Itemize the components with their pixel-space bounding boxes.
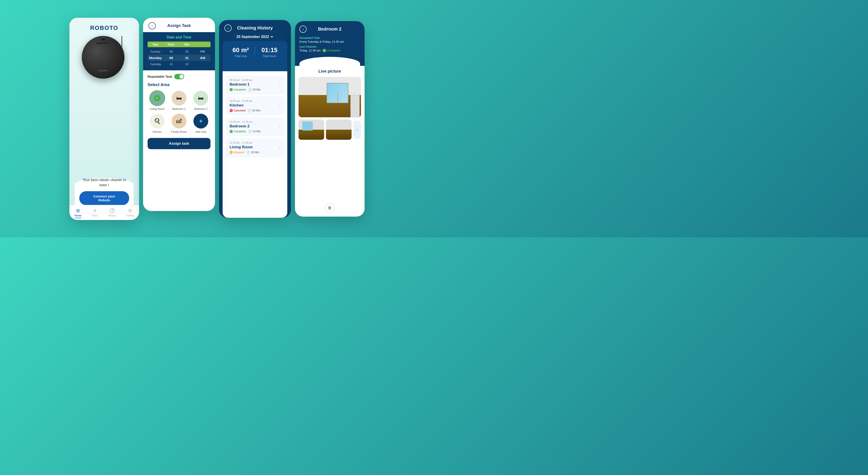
kitchen-room: Kitchen <box>229 103 277 108</box>
min-32: 32 <box>180 62 194 66</box>
area-family-room[interactable]: 🛋 Family Room <box>169 113 188 133</box>
edit-icon[interactable]: ✏ <box>271 35 273 39</box>
history-date: 25 September 2022 ✏ <box>219 35 291 41</box>
bedroom1-status: ✓ Complete <box>229 88 246 91</box>
kitchen-label: Kitchen <box>153 130 162 133</box>
bedroom1-badges: ✓ Complete 🕐 30 Min <box>229 88 277 91</box>
bedroom2-info: 11.00 am - 11.15 pm Bedroom 2 ✓ Complete… <box>229 120 277 133</box>
bedroom2-footer: 🗑 <box>295 201 365 217</box>
history-stats: 60 m² Total Area 01:15 Total Hours <box>223 41 287 71</box>
datetime-row-monday[interactable]: Monday 09 31 AM <box>148 55 211 61</box>
period-am: AM <box>196 56 209 60</box>
history-card-kitchen[interactable]: 10.00 am - 10:30 am Kitchen ✕ Canceled 🕐… <box>226 97 284 115</box>
living-room-circle: 🛋 ✓ <box>149 90 165 106</box>
history-card-bedroom2[interactable]: 11.00 am - 11.15 pm Bedroom 2 ✓ Complete… <box>226 118 284 136</box>
robot-bar <box>96 42 110 44</box>
area-kitchen[interactable]: 🍳 Kitchen <box>148 113 167 133</box>
robot-sensor <box>101 39 105 40</box>
complete-dot-2: ✓ <box>229 130 233 133</box>
last-cleaned-value-row: Today, 11.00 am ✓ Complete <box>300 49 360 52</box>
kitchen-bg: 🍳 <box>150 114 165 128</box>
living-room-duration: 🕐 30 Min <box>247 151 259 154</box>
bedroom1-label: Bedroom 1 <box>173 108 186 111</box>
living-room-status: ⚠ Stopped <box>229 151 244 154</box>
area-living-room[interactable]: 🛋 ✓ Living Room <box>148 90 167 111</box>
bedroom2-back-button[interactable]: ‹ <box>300 26 307 33</box>
thumbnail-2[interactable] <box>326 120 351 140</box>
area-bedroom2[interactable]: 🛏 Bedroom 2 <box>191 90 211 111</box>
area-add[interactable]: + Add Area <box>191 113 211 133</box>
clock-icon-3: 🕐 <box>248 130 252 133</box>
bedroom2-room: Bedroom 2 <box>229 124 277 128</box>
card-arrow-3: › <box>279 125 280 129</box>
area-bedroom1[interactable]: 🛏 Bedroom 1 <box>169 90 188 111</box>
bedroom1-icon: 🛏 <box>176 95 182 101</box>
scheduled-task-label: Scheduled Task <box>300 36 360 39</box>
card-arrow-4: › <box>279 146 280 150</box>
datetime-row-sunday[interactable]: Sunday 08 30 PM <box>148 49 211 55</box>
add-area-bg: + <box>193 114 208 128</box>
area-grid: 🛋 ✓ Living Room 🛏 Bedroom <box>148 90 211 133</box>
robot-wire <box>122 36 122 47</box>
robot-body: dreame <box>82 36 124 79</box>
repeatable-row: Repeatable Task <box>148 74 211 79</box>
thumbnail-1[interactable] <box>299 120 324 140</box>
screen-bedroom2-detail: ‹ Bedroom 2 Scheduled Task Every Tuesday… <box>295 21 365 217</box>
last-cleaned-value: Today, 11.00 am <box>300 49 321 52</box>
kitchen-badges: ✕ Canceled 🕐 00 Min <box>229 109 277 112</box>
card-arrow-1: › <box>279 83 280 87</box>
assign-task-button[interactable]: Assign task <box>148 138 211 149</box>
home-body: ROBOTO dreame Your best robotic cleaner … <box>69 18 139 205</box>
app-logo: ROBOTO <box>90 25 118 31</box>
bedroom1-bg: 🛏 <box>172 91 186 106</box>
nav-home-label: Home <box>74 214 82 217</box>
home-icon: ⊞ <box>76 208 80 213</box>
day-monday: Monday <box>149 56 162 60</box>
hour-08: 08 <box>164 50 178 53</box>
history-date-text: 25 September 2022 <box>237 35 269 39</box>
room-window <box>327 83 348 103</box>
bedroom2-status: ✓ Complete <box>229 130 246 133</box>
nav-setting[interactable]: ⚙ Setting <box>126 208 134 218</box>
nav-home[interactable]: ⊞ Home <box>74 208 82 218</box>
next-image-button[interactable]: › <box>353 121 361 139</box>
assign-task-body: Repeatable Task Select Area 🛋 ✓ Living R <box>143 70 215 211</box>
kitchen-icon: 🍳 <box>154 118 161 124</box>
live-picture-title: Live picture <box>299 69 361 74</box>
scheduled-task-value: Every Tuesday & Friday, 11.00 am <box>300 40 360 43</box>
kitchen-duration: 🕐 00 Min <box>248 109 260 112</box>
hour-10: 10 <box>164 62 178 66</box>
history-cards: 09.30 am - 10.00 am Bedroom 1 ✓ Complete… <box>223 73 287 218</box>
repeatable-toggle[interactable] <box>174 74 184 79</box>
history-back-button[interactable]: ‹ <box>224 25 231 32</box>
family-room-icon: 🛋 <box>176 118 182 124</box>
history-card-living-room[interactable]: 11.20 am - 11:30 am Living Room ⚠ Stoppe… <box>226 139 284 157</box>
history-card-bedroom1[interactable]: 09.30 am - 10.00 am Bedroom 1 ✓ Complete… <box>226 76 284 94</box>
complete-check-icon: ✓ <box>322 49 326 52</box>
living-room-time: 11.20 am - 11:30 am <box>229 141 277 144</box>
nav-history[interactable]: 🕐 History <box>108 208 116 218</box>
connect-button[interactable]: Connect your Roboto <box>79 191 129 205</box>
assign-task-title: Assign Task <box>156 23 203 28</box>
add-area-label: Add Area <box>195 130 207 133</box>
kitchen-info: 10.00 am - 10:30 am Kitchen ✕ Canceled 🕐… <box>229 99 277 112</box>
family-room-bg: 🛋 <box>172 114 186 128</box>
total-area-stat: 60 m² Total Area <box>232 47 249 58</box>
thumb2-wall <box>326 120 351 131</box>
repeatable-label: Repeatable Task <box>148 75 172 79</box>
nav-tasks[interactable]: ✈ Tasks <box>92 208 98 218</box>
back-button[interactable]: ‹ <box>149 22 156 29</box>
total-hours-value: 01:15 <box>261 47 278 54</box>
last-cleaned-row: Last Cleaned Today, 11.00 am ✓ Complete <box>300 45 360 52</box>
nav-setting-label: Setting <box>126 214 134 217</box>
scheduled-task-row: Scheduled Task Every Tuesday & Friday, 1… <box>300 36 360 43</box>
delete-button[interactable]: 🗑 <box>325 203 335 213</box>
bedroom2-wave <box>300 57 360 66</box>
bedroom1-duration: 🕐 30 Min <box>248 88 261 91</box>
select-area-title: Select Area <box>148 83 211 87</box>
day-tuesday: Tuesday <box>149 62 162 66</box>
datetime-row-tuesday[interactable]: Tuesday 10 32 <box>148 61 211 67</box>
bedroom2-title: Bedroom 2 <box>307 27 353 32</box>
complete-badge-label: Complete <box>327 49 340 52</box>
datetime-section: Date and Time Day Hour Min Sunday 08 30 … <box>143 32 215 70</box>
